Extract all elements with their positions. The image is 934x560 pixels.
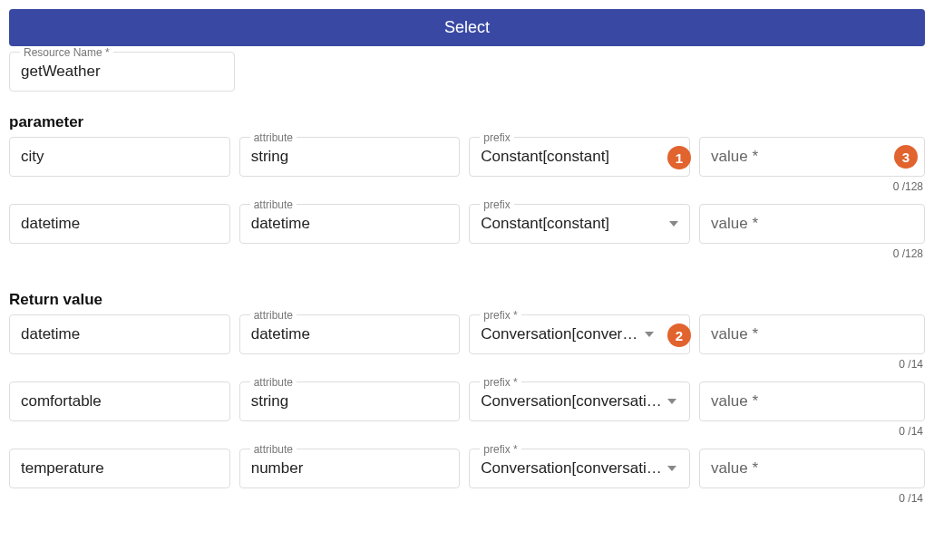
param-prefix-col: prefix Constant[constant] [469, 204, 690, 244]
parameter-section-title: parameter [9, 113, 925, 131]
return-value-block: 0 /14 [699, 381, 925, 447]
param-prefix-label: prefix [480, 198, 513, 211]
char-counter: 0 /128 [699, 247, 923, 260]
char-counter: 0 /14 [699, 492, 923, 505]
return-value-col [699, 314, 925, 354]
param-value-input[interactable] [699, 137, 925, 177]
param-attr-label: attribute [250, 198, 297, 211]
resource-name-field-wrap: Resource Name * [9, 52, 235, 92]
return-name-input[interactable] [9, 449, 230, 488]
badge-1: 1 [667, 146, 691, 169]
return-prefix-col: prefix * Conversation[conversation] [469, 449, 690, 488]
param-value-block: 0 /128 [699, 204, 925, 269]
param-attr-label: attribute [250, 131, 297, 144]
return-row: attribute prefix * Conversation[conversa… [9, 449, 925, 514]
return-attr-label: attribute [250, 443, 297, 456]
return-attr-col: attribute [239, 449, 461, 488]
return-section-title: Return value [9, 291, 925, 309]
param-name-col [9, 204, 230, 244]
param-prefix-col: prefix Constant[constant] 1 [469, 137, 690, 177]
return-value-input[interactable] [699, 314, 925, 354]
return-prefix-value: Conversation[conversation] [481, 325, 639, 343]
param-value-input[interactable] [699, 204, 925, 244]
return-prefix-label: prefix * [480, 376, 521, 389]
return-prefix-label: prefix * [480, 309, 521, 322]
param-name-input[interactable] [9, 137, 230, 177]
return-attr-label: attribute [250, 309, 297, 322]
return-value-block: 0 /14 [699, 314, 925, 380]
return-attr-col: attribute [239, 314, 461, 354]
badge-3: 3 [894, 145, 918, 169]
return-prefix-label: prefix * [480, 443, 521, 456]
return-value-input[interactable] [699, 381, 925, 421]
parameter-row: attribute prefix Constant[constant] 1 3 … [9, 137, 925, 202]
chevron-down-icon [669, 221, 678, 227]
return-prefix-col: prefix * Conversation[conversation] 2 [469, 314, 690, 354]
badge-2: 2 [667, 323, 691, 347]
param-prefix-label: prefix [480, 131, 513, 144]
return-row: attribute prefix * Conversation[conversa… [9, 381, 925, 447]
chevron-down-icon [645, 332, 654, 337]
return-prefix-value: Conversation[conversation] [481, 392, 662, 410]
param-value-col [699, 204, 925, 244]
param-value-block: 3 0 /128 [699, 137, 925, 202]
select-header-button[interactable]: Select [9, 9, 925, 46]
return-name-col [9, 314, 230, 354]
chevron-down-icon [667, 466, 676, 471]
param-name-col [9, 137, 230, 177]
char-counter: 0 /14 [699, 358, 923, 371]
resource-name-label: Resource Name * [20, 46, 113, 59]
param-attr-col: attribute [239, 137, 461, 177]
return-value-block: 0 /14 [699, 449, 925, 514]
return-row: attribute prefix * Conversation[conversa… [9, 314, 925, 380]
char-counter: 0 /128 [699, 180, 923, 193]
return-attr-label: attribute [250, 376, 297, 389]
return-prefix-col: prefix * Conversation[conversation] [469, 381, 690, 421]
select-header-label: Select [444, 18, 490, 36]
chevron-down-icon [667, 399, 676, 404]
char-counter: 0 /14 [699, 425, 923, 438]
return-name-input[interactable] [9, 314, 230, 354]
return-name-col [9, 449, 230, 488]
param-prefix-value: Constant[constant] [481, 148, 664, 166]
return-value-col [699, 381, 925, 421]
param-prefix-value: Constant[constant] [481, 215, 664, 233]
return-name-input[interactable] [9, 381, 230, 421]
return-attr-col: attribute [239, 381, 461, 421]
param-value-col: 3 [699, 137, 925, 177]
parameter-row: attribute prefix Constant[constant] 0 /1… [9, 204, 925, 269]
return-value-input[interactable] [699, 449, 925, 488]
return-value-col [699, 449, 925, 488]
param-attr-col: attribute [239, 204, 461, 244]
param-name-input[interactable] [9, 204, 230, 244]
return-prefix-value: Conversation[conversation] [481, 459, 662, 478]
form-content: Resource Name * parameter attribute pref… [0, 52, 934, 525]
resource-row: Resource Name * [9, 52, 925, 92]
return-name-col [9, 381, 230, 421]
